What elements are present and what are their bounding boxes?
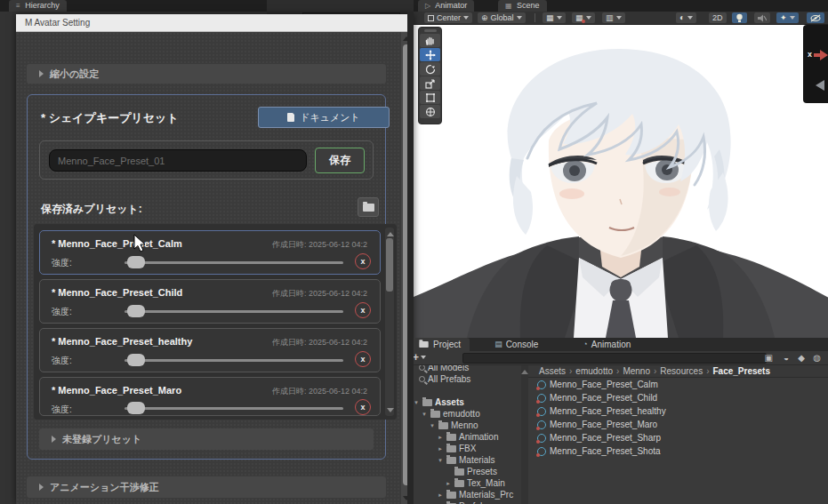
tree-item-tex-main[interactable]: ▸ Tex_Main	[409, 477, 521, 489]
overlay-drag-handle[interactable]	[424, 29, 437, 32]
scene-audio-button[interactable]	[754, 12, 770, 23]
slider-handle[interactable]	[127, 402, 145, 414]
breadcrumb-face-presets[interactable]: Face_Presets	[712, 365, 770, 378]
slider-handle[interactable]	[127, 354, 145, 366]
focused-inspector-icon[interactable]: ▣	[765, 353, 773, 363]
file-menno-face-preset-shota[interactable]: Menno_Face_Preset_Shota	[528, 444, 828, 458]
foldout-animation-fix[interactable]: アニメーション干渉修正	[27, 476, 386, 498]
tree-item-presets[interactable]: Presets	[409, 466, 521, 477]
increment-snap-button[interactable]: ▦	[572, 12, 595, 23]
strength-slider[interactable]	[125, 359, 343, 362]
panel-splitter[interactable]	[407, 12, 414, 504]
tab-project[interactable]: Project	[409, 338, 470, 351]
scroll-down-icon[interactable]	[387, 408, 394, 412]
foldout-arrow-icon[interactable]: ▾	[429, 420, 436, 431]
file-menno-face-preset-child[interactable]: Menno_Face_Preset_Child	[528, 391, 828, 404]
tree-item-materials-pro[interactable]: ▸ Materials_Prc	[409, 489, 521, 500]
tree-scrollbar[interactable]	[521, 365, 528, 504]
axis-arrow-icon[interactable]	[816, 80, 828, 91]
transform-tool-button[interactable]	[420, 105, 440, 118]
create-asset-button[interactable]: +	[413, 351, 426, 364]
scroll-up-icon[interactable]	[521, 370, 528, 374]
favorite-label: All Prefabs	[428, 373, 470, 385]
foldout-arrow-icon[interactable]: ▸	[437, 489, 444, 500]
delete-preset-button[interactable]: x	[355, 302, 371, 318]
preset-item-healthy[interactable]: * Menno_Face_Preset_healthy 作成日時: 2025-0…	[39, 328, 381, 372]
strength-slider[interactable]	[125, 310, 343, 313]
strength-slider[interactable]	[125, 407, 343, 410]
scroll-up-icon[interactable]	[387, 232, 394, 236]
file-menno-face-preset-sharp[interactable]: Menno_Face_Preset_Sharp	[528, 431, 828, 444]
breadcrumb-menno[interactable]: Menno	[623, 365, 656, 378]
tree-item-assets[interactable]: ▾ Assets	[409, 396, 521, 408]
label-icon[interactable]: ◆	[798, 353, 805, 363]
rect-tool-button[interactable]	[420, 91, 440, 104]
slider-handle[interactable]	[127, 305, 145, 317]
grid-snap-button[interactable]: ▦	[543, 12, 566, 23]
delete-preset-button[interactable]: x	[355, 399, 371, 415]
scrollbar-thumb[interactable]	[386, 238, 393, 292]
tab-animator[interactable]: ▷ Animator	[418, 0, 474, 12]
favorite-all-models[interactable]: All Models	[409, 365, 521, 373]
transform-icon	[425, 107, 436, 117]
window-title: M Avatar Setting	[25, 18, 90, 28]
foldout-arrow-icon[interactable]: ▸	[437, 443, 444, 454]
hand-tool-button[interactable]	[420, 34, 440, 47]
document-button[interactable]: ドキュメント	[258, 107, 390, 128]
save-button[interactable]: 保存	[315, 148, 365, 173]
scale-tool-button[interactable]	[420, 76, 440, 90]
breadcrumb-resources[interactable]: Resources	[660, 365, 709, 378]
space-mode-button[interactable]: ⊕ Global	[478, 12, 526, 23]
breadcrumb-emudotto[interactable]: emudotto	[575, 365, 619, 378]
pivot-mode-button[interactable]: Center	[424, 12, 472, 23]
breadcrumb-assets[interactable]: Assets	[539, 365, 572, 378]
tab-scene[interactable]: ▦ Scene	[498, 0, 547, 12]
tree-item-emudotto[interactable]: ▾ emudotto	[409, 408, 521, 420]
file-menno-face-preset-calm[interactable]: Menno_Face_Preset_Calm	[528, 378, 828, 391]
tab-console[interactable]: ▤ Console	[486, 338, 547, 351]
tab-hierarchy[interactable]: ≡ Hierarchy	[9, 0, 67, 12]
x-axis-arrow-icon[interactable]	[814, 46, 828, 64]
folder-icon	[363, 204, 374, 212]
tree-item-fbx[interactable]: ▸ FBX	[409, 443, 521, 454]
file-menno-face-preset-healthy[interactable]: Menno_Face_Preset_healthy	[528, 404, 828, 418]
open-folder-button[interactable]	[358, 197, 379, 217]
tree-item-animation[interactable]: ▸ Animation	[409, 431, 521, 443]
foldout-arrow-icon[interactable]: ▾	[413, 396, 420, 408]
scene-lighting-button[interactable]	[732, 12, 747, 23]
foldout-shrink-settings[interactable]: 縮小の設定	[27, 64, 386, 84]
slider-handle[interactable]	[127, 256, 145, 268]
preset-name-input[interactable]	[49, 149, 307, 172]
draw-mode-button[interactable]: ◐	[676, 12, 696, 23]
preset-item-child[interactable]: * Menno_Face_Preset_Child 作成日時: 2025-06-…	[39, 279, 381, 324]
rotate-tool-button[interactable]	[420, 62, 440, 76]
move-tool-button[interactable]	[420, 48, 440, 61]
preset-list-scrollbar[interactable]	[385, 228, 394, 416]
tree-item-prefab[interactable]: Prefab	[409, 500, 521, 504]
window-title-bar[interactable]: M Avatar Setting	[16, 14, 414, 32]
foldout-arrow-icon[interactable]: ▸	[437, 431, 444, 443]
project-search-input[interactable]	[462, 353, 767, 364]
effects-button[interactable]: ✦	[776, 12, 799, 23]
info-icon[interactable]: ◍	[813, 353, 821, 363]
hidden-packages-icon[interactable]: ◒	[784, 353, 789, 363]
preset-item-maro[interactable]: * Menno_Face_Preset_Maro 作成日時: 2025-06-1…	[39, 377, 381, 416]
tree-item-materials[interactable]: ▾ Materials	[409, 454, 521, 466]
tab-animation[interactable]: ◔ Animation	[574, 338, 639, 351]
file-menno-face-preset-maro[interactable]: Menno_Face_Preset_Maro	[528, 418, 828, 431]
favorite-all-prefabs[interactable]: All Prefabs	[409, 373, 521, 385]
delete-preset-button[interactable]: x	[355, 253, 371, 269]
foldout-arrow-icon[interactable]: ▸	[445, 477, 452, 489]
foldout-arrow-icon[interactable]: ▾	[421, 408, 428, 420]
foldout-unregistered-presets[interactable]: 未登録プリセット	[39, 428, 374, 450]
preset-item-calm[interactable]: * Menno_Face_Preset_Calm 作成日時: 2025-06-1…	[39, 230, 381, 275]
tree-item-label: Materials	[459, 454, 495, 466]
delete-preset-button[interactable]: x	[355, 351, 371, 367]
scene-visibility-button[interactable]	[807, 12, 824, 23]
tree-item-menno[interactable]: ▾ Menno	[409, 420, 521, 431]
tool-snap-button[interactable]: ▥	[602, 12, 625, 23]
2d-mode-button[interactable]: 2D	[709, 12, 727, 23]
foldout-arrow-icon[interactable]: ▾	[437, 454, 444, 466]
strength-slider[interactable]	[125, 261, 343, 264]
scene-viewport[interactable]	[414, 25, 828, 338]
